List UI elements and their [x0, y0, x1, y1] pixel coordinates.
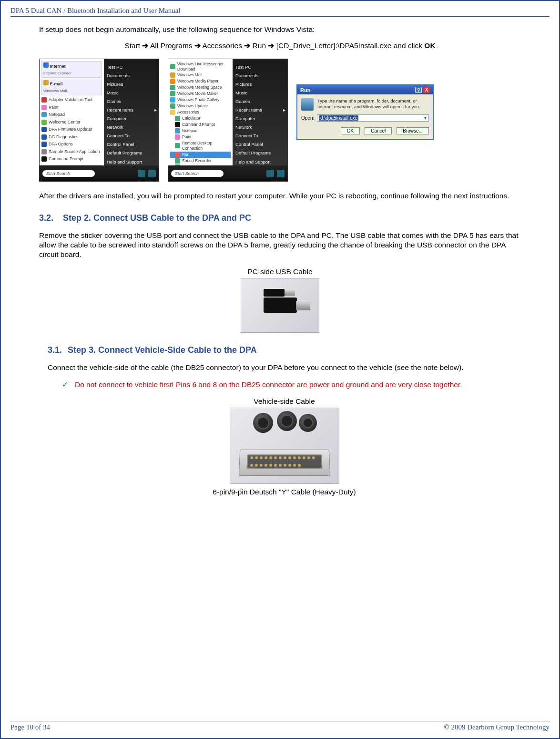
close-icon[interactable]: X: [423, 87, 430, 93]
page-number: Page 10 of 34: [10, 723, 50, 731]
step-ok: OK: [424, 41, 435, 50]
warning-line: ✓ Do not connect to vehicle first! Pins …: [48, 380, 521, 390]
chevron-down-icon[interactable]: ▾: [424, 115, 427, 121]
arrow-icon: ➔: [194, 41, 201, 50]
arrow-icon: ➔: [142, 41, 148, 50]
step-run: Run: [253, 41, 266, 50]
help-icon[interactable]: ?: [415, 87, 422, 93]
browse-button[interactable]: Browse...: [397, 127, 429, 134]
section-3-2-heading: 3.2. Step 2. Connect USB Cable to the DP…: [39, 213, 521, 223]
after-drivers-text: After the drivers are installed, you wil…: [39, 191, 521, 201]
step-start: Start: [124, 41, 142, 50]
deutsch-cable-caption: 6-pin/9-pin Deutsch "Y" Cable (Heavy-Dut…: [48, 488, 521, 496]
page-footer: Page 10 of 34 © 2009 Dearborn Group Tech…: [10, 721, 550, 731]
usb-cable-caption: PC-side USB Cable: [39, 267, 521, 276]
cancel-button[interactable]: Cancel: [365, 127, 392, 134]
copyright: © 2009 Dearborn Group Technology: [444, 723, 550, 731]
intro-text: If setup does not begin automatically, u…: [39, 25, 521, 34]
search-input[interactable]: Start Search: [171, 170, 224, 177]
arrow-icon: ➔: [244, 41, 250, 50]
page-header: DPA 5 Dual CAN / Bluetooth Installation …: [10, 7, 550, 17]
run-desc: Type the name of a program, folder, docu…: [317, 98, 429, 111]
check-icon: ✓: [62, 380, 68, 390]
open-label: Open:: [301, 115, 314, 121]
usb-cable-image: [241, 278, 319, 333]
ok-button[interactable]: OK: [341, 127, 360, 134]
step-accessories: Accessories: [202, 41, 242, 50]
vehicle-cable-caption: Vehicle-side Cable: [48, 397, 521, 406]
step-allprograms: All Programs: [150, 41, 193, 50]
vehicle-cable-image: [230, 408, 339, 484]
arrow-icon: ➔: [268, 41, 274, 50]
run-steps-line: Start ➔ All Programs ➔ Accessories ➔ Run…: [39, 41, 521, 50]
open-combo[interactable]: d:\dpa5install.exe ▾: [317, 114, 429, 122]
section-3-1-heading: 3.1. Step 3. Connect Vehicle-Side Cable …: [48, 345, 521, 355]
screenshot-start-menu: InternetInternet Explorer E-mailWindows …: [39, 59, 159, 182]
run-title: Run: [300, 87, 310, 93]
step-path: [CD_Drive_Letter]:\DPA5Install.exe and c…: [276, 41, 425, 50]
run-icon: [301, 98, 314, 111]
screenshot-run-dialog: Run ? X Type the name of a program, fold…: [296, 84, 434, 140]
screenshot-all-programs: Windows Live Messenger Download Windows …: [168, 59, 288, 182]
search-input[interactable]: Start Search: [42, 170, 95, 177]
section-3-2-text: Remove the sticker covering the USB port…: [39, 231, 521, 259]
section-3-1-text: Connect the vehicle-side of the cable (t…: [48, 363, 521, 372]
